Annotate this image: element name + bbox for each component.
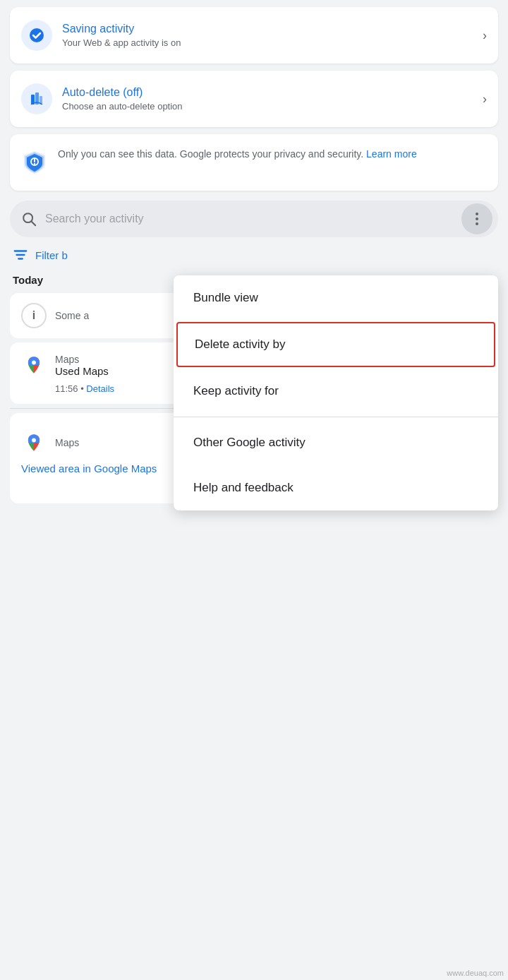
maps-details-link-1[interactable]: Details bbox=[86, 383, 114, 394]
menu-item-delete-activity[interactable]: Delete activity by bbox=[176, 322, 495, 367]
menu-item-keep-activity-label: Keep activity for bbox=[193, 384, 279, 398]
menu-item-keep-activity[interactable]: Keep activity for bbox=[174, 369, 498, 414]
privacy-text: Only you can see this data. Google prote… bbox=[58, 147, 417, 162]
svg-point-13 bbox=[32, 438, 36, 443]
filter-row[interactable]: Filter b bbox=[13, 247, 495, 263]
menu-item-other-google-label: Other Google activity bbox=[193, 436, 306, 450]
watermark: www.deuaq.com bbox=[442, 966, 508, 980]
maps-app-label-1: Maps bbox=[55, 354, 109, 365]
dropdown-menu: Bundle view Delete activity by Keep acti… bbox=[174, 275, 498, 510]
search-bar[interactable]: Search your activity bbox=[10, 201, 498, 237]
auto-delete-icon bbox=[21, 83, 52, 114]
menu-item-bundle-view[interactable]: Bundle view bbox=[174, 275, 498, 321]
maps-title-1: Used Maps bbox=[55, 365, 109, 377]
saving-activity-subtitle: Your Web & app activity is on bbox=[62, 37, 181, 48]
menu-item-delete-activity-label: Delete activity by bbox=[195, 337, 286, 352]
auto-delete-title: Auto-delete (off) bbox=[62, 86, 183, 99]
search-icon bbox=[21, 211, 37, 227]
auto-delete-card[interactable]: Auto-delete (off) Choose an auto-delete … bbox=[10, 71, 498, 127]
filter-label: Filter b bbox=[35, 249, 68, 261]
maps-app-label-2: Maps bbox=[55, 437, 79, 448]
maps-details-1: 11:56 • Details bbox=[55, 383, 114, 394]
saving-activity-chevron: › bbox=[483, 28, 487, 43]
info-icon: i bbox=[21, 303, 47, 328]
maps-pin-icon-1 bbox=[21, 352, 47, 378]
privacy-card: Only you can see this data. Google prote… bbox=[10, 134, 498, 191]
menu-item-help-feedback-label: Help and feedback bbox=[193, 481, 294, 495]
learn-more-link[interactable]: Learn more bbox=[366, 148, 417, 160]
auto-delete-chevron: › bbox=[483, 92, 487, 107]
svg-point-0 bbox=[30, 28, 44, 42]
auto-delete-subtitle: Choose an auto-delete option bbox=[62, 101, 183, 112]
activity-info-text: Some a bbox=[55, 310, 89, 321]
saving-activity-card[interactable]: Saving activity Your Web & app activity … bbox=[10, 7, 498, 64]
svg-line-8 bbox=[32, 222, 35, 226]
search-placeholder-text: Search your activity bbox=[45, 213, 144, 225]
privacy-shield-icon bbox=[21, 148, 48, 178]
svg-point-6 bbox=[34, 163, 35, 165]
svg-point-12 bbox=[32, 361, 36, 365]
filter-icon bbox=[13, 247, 28, 263]
saving-activity-title: Saving activity bbox=[62, 23, 181, 35]
saving-activity-icon bbox=[21, 20, 52, 51]
menu-divider bbox=[174, 417, 498, 417]
more-options-button[interactable] bbox=[461, 203, 492, 234]
menu-item-help-feedback[interactable]: Help and feedback bbox=[174, 465, 498, 510]
privacy-main-text: Only you can see this data. Google prote… bbox=[58, 148, 363, 160]
three-dots-icon bbox=[476, 213, 478, 225]
maps-pin-icon-2 bbox=[21, 430, 47, 455]
menu-item-bundle-view-label: Bundle view bbox=[193, 291, 258, 305]
maps-time-1: 11:56 bbox=[55, 383, 78, 394]
menu-item-other-google[interactable]: Other Google activity bbox=[174, 420, 498, 465]
